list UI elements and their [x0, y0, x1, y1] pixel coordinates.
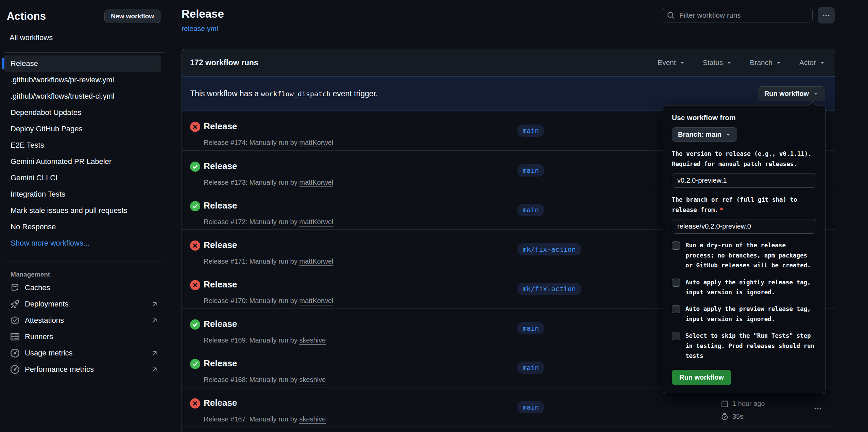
sidebar-management-item[interactable]: Performance metrics [3, 361, 161, 378]
sidebar-management-item[interactable]: Deployments [3, 296, 161, 312]
run-branch-badge[interactable]: mk/fix-action [517, 243, 581, 255]
version-input[interactable] [672, 173, 816, 188]
sidebar-workflow-item[interactable]: No Response [3, 219, 161, 235]
sidebar-workflow-item[interactable]: Show more workflows... [3, 235, 161, 251]
external-link-icon [151, 317, 158, 324]
run-status-icon [190, 201, 200, 211]
run-description: Release #173: Manually run by mattKorwel [204, 179, 333, 186]
management-item-label: Deployments [25, 300, 68, 309]
management-icon [11, 283, 19, 292]
sidebar-workflow-item[interactable]: .github/workflows/trusted-ci.yml [3, 88, 161, 104]
checkbox[interactable] [672, 332, 680, 340]
sidebar-workflow-item[interactable]: .github/workflows/pr-review.yml [3, 72, 161, 88]
run-branch-badge[interactable]: main [517, 204, 544, 216]
required-asterisk: * [720, 206, 724, 213]
chevron-down-icon [679, 60, 685, 66]
runs-filter-branch[interactable]: Branch [750, 59, 782, 67]
workflow-file-link[interactable]: release.yml [182, 24, 224, 33]
management-icon [11, 332, 19, 341]
partial-next-run-row [182, 427, 835, 432]
chevron-down-icon [819, 60, 825, 66]
filter-workflow-runs-field[interactable] [662, 8, 813, 22]
run-branch-badge[interactable]: main [517, 124, 544, 137]
sidebar-workflow-item[interactable]: Deploy GitHub Pages [3, 121, 161, 137]
run-title-link[interactable]: Release [204, 398, 237, 408]
run-branch-badge[interactable]: main [517, 401, 544, 413]
run-branch-badge[interactable]: main [517, 164, 544, 177]
runs-filter-label: Status [703, 59, 723, 67]
new-workflow-button[interactable]: New workflow [104, 10, 160, 23]
checkbox-label: Auto apply the preview release tag, inpu… [685, 304, 816, 324]
checkbox[interactable] [672, 279, 680, 287]
branch-select-button[interactable]: Branch: main [672, 127, 737, 142]
run-actor-link[interactable]: mattKorwel [299, 257, 333, 265]
run-actor-link[interactable]: mattKorwel [299, 297, 333, 304]
version-input-description: The version to release (e.g., v0.1.11). … [672, 149, 816, 169]
sidebar-workflow-item[interactable]: Gemini CLI CI [3, 170, 161, 186]
sidebar-management-item[interactable]: Usage metrics [3, 345, 161, 361]
filter-workflow-runs-input[interactable] [679, 11, 812, 20]
chevron-down-icon [726, 132, 731, 137]
run-branch-badge[interactable]: main [517, 322, 544, 334]
run-actor-link[interactable]: mattKorwel [299, 139, 333, 146]
run-description: Release #174: Manually run by mattKorwel [204, 139, 333, 147]
management-item-label: Attestations [25, 316, 64, 325]
management-item-label: Runners [25, 332, 53, 341]
checkbox[interactable] [672, 242, 680, 250]
run-workflow-submit-button[interactable]: Run workflow [672, 370, 731, 385]
sidebar-workflow-label: .github/workflows/trusted-ci.yml [11, 92, 115, 101]
run-actor-link[interactable]: skeshive [299, 336, 326, 344]
run-options-kebab-button[interactable] [813, 403, 823, 414]
run-title-link[interactable]: Release [204, 319, 237, 329]
sidebar-management-item[interactable]: Attestations [3, 312, 161, 329]
runs-list-header: 172 workflow runs Event Status Branch Ac… [182, 49, 835, 76]
sidebar-management-item[interactable]: Runners [3, 329, 161, 345]
run-actor-link[interactable]: skeshive [299, 415, 326, 423]
workflow-options-kebab-button[interactable] [818, 7, 835, 23]
external-link-icon [151, 366, 158, 373]
runs-filter-status[interactable]: Status [703, 59, 732, 67]
run-description: Release #171: Manually run by mattKorwel [204, 257, 333, 265]
run-title-link[interactable]: Release [204, 240, 237, 250]
run-title-link[interactable]: Release [204, 121, 237, 132]
sidebar-item-all-workflows[interactable]: All workflows [10, 33, 169, 42]
run-status-icon [190, 122, 200, 132]
checkbox-label: Select to skip the "Run Tests" step in t… [685, 331, 816, 361]
sidebar-workflow-item[interactable]: Release [3, 55, 161, 72]
dispatch-banner-text: This workflow has a workflow_dispatch ev… [190, 89, 378, 98]
run-actor-link[interactable]: mattKorwel [299, 179, 333, 186]
sidebar-workflow-label: No Response [11, 222, 56, 231]
run-description: Release #170: Manually run by mattKorwel [204, 297, 333, 305]
sidebar-workflow-item[interactable]: Mark stale issues and pull requests [3, 202, 161, 219]
run-branch-badge[interactable]: main [517, 362, 544, 374]
page-header: Release release.yml [182, 7, 224, 33]
sidebar-title: Actions [7, 10, 46, 22]
run-title-link[interactable]: Release [204, 358, 237, 369]
run-actor-link[interactable]: mattKorwel [299, 218, 333, 226]
run-actor-link[interactable]: skeshive [299, 376, 326, 383]
run-duration: 35s [732, 410, 743, 423]
dropdown-checkbox-row: Select to skip the "Run Tests" step in t… [672, 331, 816, 361]
sidebar-workflow-item[interactable]: Integration Tests [3, 186, 161, 202]
runs-filter-actor[interactable]: Actor [799, 59, 825, 67]
ref-input[interactable] [672, 219, 816, 234]
run-title-link[interactable]: Release [204, 161, 237, 171]
checkbox-label: Run a dry-run of the release process; no… [685, 240, 816, 270]
sidebar-workflow-item[interactable]: E2E Tests [3, 137, 161, 153]
run-status-icon [190, 280, 200, 290]
sidebar-workflow-label: Show more workflows... [11, 239, 89, 248]
run-title-link[interactable]: Release [204, 279, 237, 290]
runs-filter-label: Event [658, 59, 676, 67]
sidebar-management-item[interactable]: Caches [3, 280, 161, 296]
sidebar-workflow-item[interactable]: Gemini Automated PR Labeler [3, 153, 161, 170]
sidebar-management-list: Caches Deployments Attestations Runners … [0, 280, 169, 378]
management-section-label: Management [11, 271, 169, 278]
calendar-icon [721, 400, 728, 407]
run-status-icon [190, 162, 200, 172]
runs-filter-event[interactable]: Event [658, 59, 685, 67]
sidebar-workflow-item[interactable]: Dependabot Updates [3, 104, 161, 121]
checkbox[interactable] [672, 305, 680, 313]
run-workflow-dropdown-button[interactable]: Run workflow [758, 86, 825, 101]
run-branch-badge[interactable]: mk/fix-action [517, 283, 581, 295]
run-title-link[interactable]: Release [204, 200, 237, 211]
